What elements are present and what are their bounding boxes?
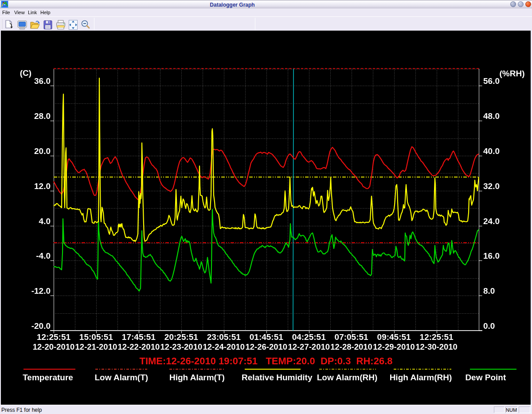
svg-text:High Alarm(RH): High Alarm(RH) bbox=[390, 373, 452, 382]
svg-text:48.0: 48.0 bbox=[483, 111, 500, 121]
svg-text:12-24-2010: 12-24-2010 bbox=[203, 342, 245, 351]
svg-text:01:45:51: 01:45:51 bbox=[250, 332, 283, 342]
svg-text:12:25:51: 12:25:51 bbox=[37, 332, 70, 342]
svg-text:12-22-2010: 12-22-2010 bbox=[118, 342, 160, 351]
svg-text:12-29-2010: 12-29-2010 bbox=[373, 342, 415, 351]
svg-text:56.0: 56.0 bbox=[483, 76, 500, 86]
svg-text:12-27-2010: 12-27-2010 bbox=[288, 342, 330, 351]
svg-text:32.0: 32.0 bbox=[483, 181, 500, 191]
svg-text:17:45:51: 17:45:51 bbox=[122, 332, 156, 342]
svg-text:04:25:51: 04:25:51 bbox=[292, 332, 326, 342]
svg-text:12-20-2010: 12-20-2010 bbox=[33, 342, 75, 351]
svg-text:Low Alarm(RH): Low Alarm(RH) bbox=[317, 373, 378, 382]
svg-text:-4.0: -4.0 bbox=[36, 251, 51, 260]
svg-text:15:05:51: 15:05:51 bbox=[79, 332, 113, 342]
svg-text:20:25:51: 20:25:51 bbox=[164, 332, 198, 342]
svg-text:12:25:51: 12:25:51 bbox=[420, 332, 454, 342]
svg-text:12-26-2010: 12-26-2010 bbox=[245, 342, 287, 351]
svg-text:07:05:51: 07:05:51 bbox=[335, 332, 368, 342]
svg-text:12-23-2010: 12-23-2010 bbox=[160, 342, 203, 351]
svg-text:12.0: 12.0 bbox=[34, 181, 51, 191]
svg-text:12-28-2010: 12-28-2010 bbox=[330, 342, 372, 351]
svg-text:-12.0: -12.0 bbox=[31, 286, 51, 296]
svg-text:16.0: 16.0 bbox=[483, 251, 500, 260]
svg-text:20.0: 20.0 bbox=[34, 146, 51, 156]
svg-text:Temperature: Temperature bbox=[23, 373, 73, 382]
svg-text:Relative Humidity: Relative Humidity bbox=[242, 373, 313, 382]
svg-text:12-21-2010: 12-21-2010 bbox=[75, 342, 117, 351]
svg-text:8.0: 8.0 bbox=[483, 286, 495, 296]
svg-text:12-30-2010: 12-30-2010 bbox=[415, 342, 458, 351]
svg-text:Low Alarm(T): Low Alarm(T) bbox=[94, 373, 148, 382]
svg-text:4.0: 4.0 bbox=[39, 217, 51, 226]
svg-text:(%RH): (%RH) bbox=[500, 69, 525, 78]
svg-text:24.0: 24.0 bbox=[483, 217, 500, 226]
svg-text:Dew Point: Dew Point bbox=[465, 373, 506, 382]
svg-text:0.0: 0.0 bbox=[483, 321, 495, 331]
svg-text:36.0: 36.0 bbox=[34, 76, 51, 86]
svg-text:40.0: 40.0 bbox=[483, 146, 500, 156]
svg-text:-20.0: -20.0 bbox=[31, 321, 51, 331]
svg-text:09:45:51: 09:45:51 bbox=[377, 332, 411, 342]
svg-text:High Alarm(T): High Alarm(T) bbox=[169, 373, 225, 382]
svg-text:TIME:12-26-2010 19:07:51 TEM: TIME:12-26-2010 19:07:51 TEMP:20.0 DP:0.… bbox=[139, 355, 392, 367]
svg-text:(C): (C) bbox=[20, 68, 31, 78]
svg-text:28.0: 28.0 bbox=[34, 111, 51, 121]
svg-text:23:05:51: 23:05:51 bbox=[207, 332, 241, 342]
